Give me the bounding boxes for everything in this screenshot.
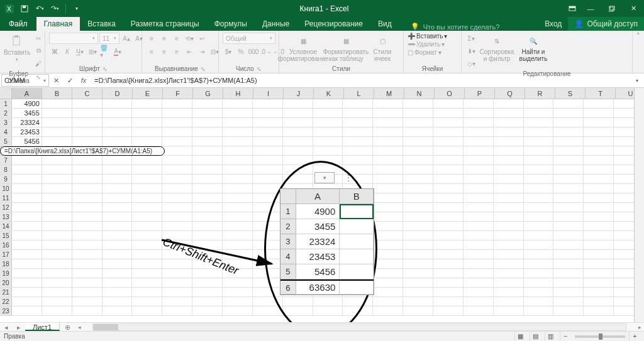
cell[interactable] [132,156,162,165]
cell[interactable] [283,241,313,250]
cell[interactable] [103,156,133,165]
cell[interactable] [283,118,313,127]
cell[interactable] [524,241,554,250]
cell[interactable] [162,222,192,231]
cell[interactable] [584,156,614,165]
cell[interactable] [192,146,223,156]
cell[interactable] [494,137,524,146]
cell[interactable] [283,203,313,212]
cell[interactable] [223,203,253,212]
cell[interactable] [494,184,524,193]
align-center-icon[interactable]: ≡ [158,46,170,57]
cell[interactable] [12,203,42,212]
cell[interactable] [553,241,584,250]
cell[interactable] [464,109,494,118]
cell[interactable] [553,118,584,127]
cell[interactable] [42,175,72,184]
worksheet-area[interactable]: ABCDEFGHIJKLMNOPQRSTU 123456789101112131… [0,88,644,322]
row-header[interactable]: 13 [0,212,12,222]
cell[interactable]: 5456 [12,137,42,146]
sort-filter-button[interactable]: ⇅ Сортировка и фильтр [479,33,514,64]
cell[interactable] [403,250,433,259]
cell[interactable] [162,203,192,212]
cell[interactable] [373,193,403,203]
cell[interactable] [584,288,614,297]
cell[interactable] [42,193,72,203]
cell[interactable] [283,278,313,288]
cell[interactable] [494,259,524,269]
tab-data[interactable]: Данные [255,17,297,31]
cell[interactable] [192,165,223,175]
cell[interactable] [494,241,524,250]
cell[interactable] [553,165,584,175]
cell[interactable] [42,288,72,297]
ribbon-options-icon[interactable] [565,0,580,17]
cell[interactable] [373,118,403,127]
cell[interactable] [42,231,72,241]
cell[interactable] [253,306,283,316]
cell[interactable] [433,146,464,156]
sign-in-button[interactable]: Вход [538,17,568,31]
delete-cells-button[interactable]: ➖Удалить▾ [408,41,445,48]
cell[interactable] [494,165,524,175]
cell[interactable] [464,175,494,184]
cell[interactable] [313,137,343,146]
cell[interactable] [403,269,433,278]
cell[interactable] [313,184,343,193]
row-header[interactable]: 4 [0,127,12,137]
cell[interactable] [253,231,283,241]
cell[interactable] [553,156,584,165]
row-header[interactable]: 23 [0,306,12,316]
cell[interactable] [494,278,524,288]
cell[interactable] [223,269,253,278]
cell[interactable] [313,156,343,165]
cell[interactable] [253,193,283,203]
cell[interactable] [524,306,554,316]
paste-button[interactable]: Вставить ▾ [4,33,30,64]
cell[interactable] [253,222,283,231]
cell[interactable] [403,203,433,212]
cancel-button[interactable]: ✕ [49,73,63,87]
cell[interactable] [162,306,192,316]
cell[interactable] [553,109,584,118]
cell[interactable] [42,99,72,109]
cell[interactable] [283,193,313,203]
cell[interactable] [403,212,433,222]
cell[interactable] [192,118,223,127]
cell[interactable] [343,269,373,278]
find-select-button[interactable]: 🔍 Найти и выделить [517,33,550,64]
col-header-A[interactable]: A [12,88,42,99]
cell[interactable] [373,137,403,146]
cell[interactable] [72,137,103,146]
cell[interactable] [42,212,72,222]
cell[interactable] [72,109,103,118]
cell[interactable] [162,127,192,137]
cell[interactable] [524,297,554,306]
cell[interactable] [524,231,554,241]
cell[interactable] [553,250,584,259]
cell[interactable] [132,231,162,241]
cell[interactable] [343,137,373,146]
cell[interactable] [283,156,313,165]
cell[interactable] [162,288,192,297]
cell[interactable] [192,231,223,241]
minimize-button[interactable]: — [580,0,601,17]
underline-button[interactable]: Ч▾ [74,46,86,57]
vertical-scrollbar[interactable] [634,88,644,322]
cell[interactable] [72,269,103,278]
cell[interactable] [253,184,283,193]
comma-icon[interactable]: 000 [248,46,259,57]
font-size-combo[interactable]: 11▾ [99,33,119,44]
conditional-formatting-button[interactable]: ▦ Условное форматирование [283,33,323,64]
cell[interactable] [42,109,72,118]
col-header-D[interactable]: D [103,88,133,99]
cell[interactable] [192,250,223,259]
cell[interactable]: 4900 [12,99,42,109]
cell[interactable] [283,259,313,269]
cell[interactable] [132,109,162,118]
fill-color-button[interactable]: 🪣▾ [99,46,111,57]
cell[interactable] [464,269,494,278]
tab-formulas[interactable]: Формулы [207,17,255,31]
cell[interactable] [72,175,103,184]
cell[interactable] [72,118,103,127]
